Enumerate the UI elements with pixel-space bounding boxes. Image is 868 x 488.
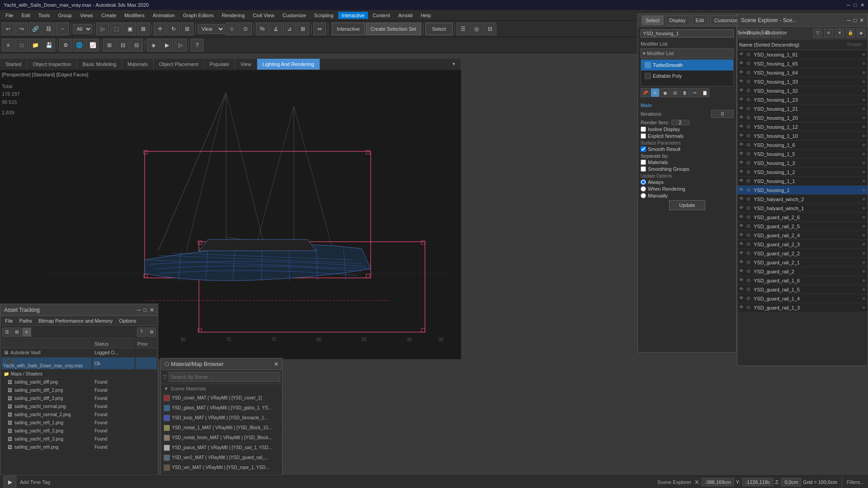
se-row[interactable]: 👁 ◎ YSD_housing_1_21 ❄ — [737, 104, 868, 113]
se-maximize-btn[interactable]: □ — [854, 17, 857, 23]
pp-show-end-btn[interactable]: ⊟ — [670, 88, 679, 97]
mod-editablepoly-item[interactable]: Editable Poly — [641, 70, 733, 81]
view-dropdown[interactable]: View — [198, 24, 225, 34]
mat-row[interactable]: YSD_ver_MAT ( VRayMtl ) [YSD_rope_1, YSD… — [161, 463, 282, 473]
menu-animation[interactable]: Animation — [149, 12, 179, 19]
rotate-btn[interactable]: ↻ — [167, 23, 180, 35]
pp-delete-mod-btn[interactable]: 🗑 — [680, 88, 689, 97]
se-row[interactable]: 👁 ◎ YSD_housing_1_12 ❄ — [737, 122, 868, 131]
pp-object-name[interactable] — [641, 29, 734, 38]
se-display-btn[interactable]: Display — [750, 28, 759, 38]
tab-object-placement[interactable]: Object Placement — [154, 59, 204, 70]
open-scene-btn[interactable]: 📁 — [29, 39, 42, 52]
at-file-row[interactable]: 🖼 sailing_yacht_diff_3.png Found — [1, 395, 157, 402]
select-button[interactable]: Select — [425, 23, 453, 35]
materials-checkbox[interactable] — [641, 160, 646, 165]
tab-started[interactable]: Started — [0, 59, 27, 70]
environment-btn[interactable]: 🌐 — [73, 39, 85, 52]
pp-edit-btn[interactable]: Edit — [692, 15, 708, 25]
tab-extra[interactable]: ▾ — [447, 59, 461, 70]
se-row[interactable]: 👁 ◎ YSD_guard_rail_2_4 ❄ — [737, 231, 868, 240]
at-file-row[interactable]: 🖼 sailing_yacht_diff.png Found — [1, 379, 157, 386]
se-row[interactable]: 👁 ◎ YSD_guard_rail_1_4 ❄ — [737, 294, 868, 303]
mat-row[interactable]: YSD_cover_MAT ( VRayMtl ) [YSD_cover_1] — [161, 393, 282, 403]
help-btn[interactable]: ? — [191, 39, 203, 52]
select-window-btn[interactable]: ▣ — [123, 23, 136, 35]
select-link-btn[interactable]: 🔗 — [29, 23, 42, 35]
se-row[interactable]: 👁 ◎ YSD_housing_1_3 ❄ — [737, 159, 868, 168]
filter-dropdown[interactable]: All — [73, 24, 92, 34]
layer-manager-btn[interactable]: ≡ — [2, 39, 14, 52]
at-menu-options[interactable]: Options — [116, 317, 139, 324]
se-row[interactable]: 👁 ◎ YSD_guard_rail_2_3 ❄ — [737, 240, 868, 249]
pp-params-btn[interactable]: ≡ — [651, 88, 660, 97]
update-button[interactable]: Update — [669, 200, 705, 210]
mat-row[interactable]: YSD_metal_1_MAT ( VRayMtl ) [YSD_Block_1… — [161, 423, 282, 433]
pp-select-btn[interactable]: Select — [642, 15, 664, 25]
se-row[interactable]: 👁 ◎ YSD_halyard_winch_1 ❄ — [737, 204, 868, 213]
se-row[interactable]: 👁 ◎ YSD_housing_1_81 ❄ — [737, 50, 868, 59]
se-row[interactable]: 👁 ◎ YSD_guard_rail_1_3 ❄ — [737, 303, 868, 312]
render-iters-field[interactable] — [671, 120, 689, 125]
se-customize-btn[interactable]: Customize — [772, 28, 781, 38]
at-file-row[interactable]: ⬛ Yacht_with_Sails_Down_max_vray.max Ok — [1, 357, 157, 370]
move-btn[interactable]: ✛ — [154, 23, 166, 35]
se-row[interactable]: 👁 ◎ YSD_housing_1_33 ❄ — [737, 77, 868, 86]
mb-search-input[interactable] — [169, 372, 280, 382]
array-btn[interactable]: ⊟ — [130, 39, 143, 52]
maximize-btn[interactable]: □ — [854, 2, 857, 8]
menu-content[interactable]: Content — [369, 12, 394, 19]
tab-view[interactable]: View — [235, 59, 257, 70]
menu-views[interactable]: Views — [76, 12, 97, 19]
at-grid-btn[interactable]: ⊞ — [12, 328, 21, 337]
se-row[interactable]: 👁 ◎ YSD_guard_rail_2_2 ❄ — [737, 249, 868, 258]
title-bar-controls[interactable]: ─ □ ✕ — [847, 2, 864, 8]
material-editor-btn[interactable]: ◈ — [147, 39, 160, 52]
se-extra-btn[interactable]: ◈ — [857, 28, 866, 38]
quick-render-btn[interactable]: ▷ — [174, 39, 187, 52]
se-row[interactable]: 👁 ◎ YSD_guard_rail_1_5 ❄ — [737, 285, 868, 294]
curve-editor-btn[interactable]: 📈 — [86, 39, 99, 52]
se-lock-btn[interactable]: 🔒 — [846, 28, 855, 38]
mat-row[interactable]: YSD_ver2_MAT ( VRayMtl ) [YSD_guard_rail… — [161, 453, 282, 463]
tab-object-inspection[interactable]: Object Inspection — [27, 59, 77, 70]
mat-row[interactable]: YSD_glass_MAT ( VRayMtl ) [YSD_galss_1, … — [161, 403, 282, 413]
se-row[interactable]: 👁 ◎ YSD_housing_1 ❄ — [737, 186, 868, 195]
se-row[interactable]: 👁 ◎ YSD_halyard_winch_2 ❄ — [737, 195, 868, 204]
smoothing-groups-checkbox[interactable] — [641, 166, 646, 172]
at-maximize-btn[interactable]: □ — [144, 307, 147, 313]
explicit-normals-checkbox[interactable] — [641, 133, 646, 139]
at-menu-file[interactable]: File — [2, 317, 16, 324]
select-region-btn[interactable]: ⬚ — [110, 23, 123, 35]
at-vault-row[interactable]: 🏛 Autodesk Vault Logged O... — [1, 349, 157, 357]
scale-btn[interactable]: ⊞ — [181, 23, 193, 35]
menu-scripting[interactable]: Scripting — [311, 12, 337, 19]
se-row[interactable]: 👁 ◎ YSD_housing_1_10 ❄ — [737, 131, 868, 141]
angle-snap-btn[interactable]: ∡ — [269, 23, 282, 35]
bind-space-warp-btn[interactable]: ~ — [56, 23, 69, 35]
menu-group[interactable]: Group — [54, 12, 75, 19]
menu-modifiers[interactable]: Modifiers — [121, 12, 148, 19]
at-list-btn[interactable]: ☰ — [2, 328, 11, 337]
mod-turbosmoothitem[interactable]: TurboSmooth — [641, 60, 733, 70]
at-file-row[interactable]: 🖼 sailing_yacht_normal.png Found — [1, 403, 157, 410]
redo-btn[interactable]: ↪ — [15, 23, 28, 35]
se-row[interactable]: 👁 ◎ YSD_housing_1_1 ❄ — [737, 177, 868, 186]
pp-display-btn[interactable]: Display — [665, 15, 690, 25]
named-sel-btn[interactable]: ☰ — [457, 23, 469, 35]
se-row[interactable]: 👁 ◎ YSD_guard_rail_2_1 ❄ — [737, 258, 868, 267]
menu-rendering[interactable]: Rendering — [218, 12, 249, 19]
render-btn[interactable]: ▶ — [160, 39, 173, 52]
create-selection-button[interactable]: Create Selection Set — [366, 23, 421, 35]
se-row[interactable]: 👁 ◎ YSD_guard_rail_2_5 ❄ — [737, 222, 868, 231]
se-minimize-btn[interactable]: ─ — [847, 17, 851, 23]
at-settings-btn[interactable]: ⚙ — [147, 328, 156, 337]
menu-create[interactable]: Create — [98, 12, 120, 19]
undo-btn[interactable]: ↩ — [2, 23, 14, 35]
mirror-btn[interactable]: ⇔ — [313, 23, 326, 35]
render-setup-btn[interactable]: ⚙ — [59, 39, 72, 52]
interactive-button[interactable]: Interactive — [332, 23, 365, 35]
play-btn[interactable]: ▶ — [4, 476, 16, 488]
se-close-btn[interactable]: ✕ — [859, 17, 864, 23]
mb-close-btn[interactable]: ✕ — [274, 361, 278, 367]
